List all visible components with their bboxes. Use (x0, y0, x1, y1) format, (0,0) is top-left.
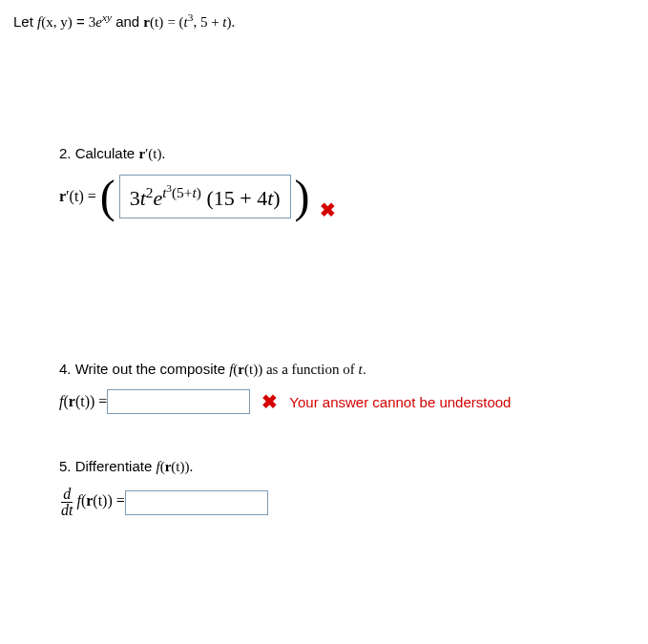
q5-prompt: 5. Differentiate f(r(t)). (59, 458, 635, 475)
q5-lhs: d dt f(r(t)) = (59, 487, 125, 518)
r-rhs: = (t3, 5 + t). (167, 14, 235, 30)
let-text: Let (13, 13, 37, 30)
q2-prompt: 2. Calculate r′(t). (59, 145, 635, 162)
question-2: 2. Calculate r′(t). r′(t) = ( 3t2et3(5+t… (59, 145, 635, 219)
problem-statement: Let f(x, y) = 3exy and r(t) = (t3, 5 + t… (13, 11, 635, 31)
question-5: 5. Differentiate f(r(t)). d dt f(r(t)) = (59, 458, 635, 518)
wrong-icon: ✖ (314, 198, 342, 221)
q4-prompt: 4. Write out the composite f(r(t)) as a … (59, 361, 635, 378)
left-paren: ( (96, 174, 119, 219)
q4-lhs: f(r(t)) = (59, 393, 107, 410)
wrong-icon: ✖ (256, 390, 283, 413)
right-paren: ) (291, 174, 314, 219)
question-4: 4. Write out the composite f(r(t)) as a … (59, 361, 635, 414)
f-args: (x, y) (41, 14, 73, 30)
f-rhs: 3exy (89, 14, 112, 30)
q5-answer-row: d dt f(r(t)) = (59, 487, 635, 518)
q2-lhs: r′(t) = (59, 188, 96, 205)
q4-answer-input[interactable] (107, 389, 250, 414)
q2-answer-value: 3t2et3(5+t) (15 + 4t) (130, 182, 281, 211)
q5-answer-input[interactable] (125, 490, 268, 515)
q4-answer-row: f(r(t)) = ✖ Your answer cannot be unders… (59, 389, 635, 414)
q4-error-message: Your answer cannot be understood (289, 394, 511, 410)
q2-answer-row: r′(t) = ( 3t2et3(5+t) (15 + 4t) ) ✖ (59, 174, 635, 219)
q2-answer-input[interactable]: 3t2et3(5+t) (15 + 4t) (119, 175, 291, 218)
derivative-fraction: d dt (59, 487, 74, 518)
